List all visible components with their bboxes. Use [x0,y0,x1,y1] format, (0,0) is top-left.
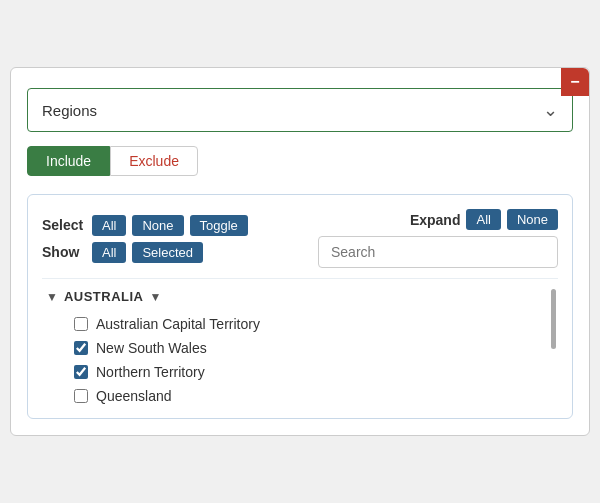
include-button[interactable]: Include [27,146,110,176]
search-input[interactable] [318,236,558,268]
select-line: Select All None Toggle [42,215,248,236]
show-all-button[interactable]: All [92,242,126,263]
region-name: Queensland [96,388,172,404]
expand-all-button[interactable]: All [466,209,500,230]
region-name: Australian Capital Territory [96,316,260,332]
select-toggle-button[interactable]: Toggle [190,215,248,236]
select-all-button[interactable]: All [92,215,126,236]
country-name: AUSTRALIA [64,289,144,304]
exclude-button[interactable]: Exclude [110,146,198,176]
dropdown-label: Regions [42,102,97,119]
list-item: Queensland [42,384,558,408]
filter-panel: Select All None Toggle Show All Selected… [27,194,573,419]
country-dropdown-icon[interactable]: ▼ [150,290,162,304]
expand-label: Expand [410,212,461,228]
region-list: ▼ AUSTRALIA ▼ Australian Capital Territo… [42,278,558,418]
list-item: Northern Territory [42,360,558,384]
regions-dropdown[interactable]: Regions ⌄ [27,88,573,132]
scrollbar[interactable] [551,289,556,349]
close-button[interactable]: − [561,68,589,96]
region-name: New South Wales [96,340,207,356]
controls-left: Select All None Toggle Show All Selected [42,215,248,263]
expand-none-button[interactable]: None [507,209,558,230]
region-checkbox-act[interactable] [74,317,88,331]
region-checkbox-nsw[interactable] [74,341,88,355]
main-window: − Regions ⌄ Include Exclude Select All N… [10,67,590,436]
select-label: Select [42,217,86,233]
list-item: New South Wales [42,336,558,360]
show-line: Show All Selected [42,242,248,263]
controls-row: Select All None Toggle Show All Selected… [42,209,558,268]
list-item: Australian Capital Territory [42,312,558,336]
controls-right: Expand All None [318,209,558,268]
show-selected-button[interactable]: Selected [132,242,203,263]
chevron-down-icon: ⌄ [543,99,558,121]
include-exclude-toggle: Include Exclude [27,146,573,176]
country-header: ▼ AUSTRALIA ▼ [42,289,558,304]
region-checkbox-qld[interactable] [74,389,88,403]
expand-line: Expand All None [410,209,558,230]
region-checkbox-nt[interactable] [74,365,88,379]
expand-chevron-icon: ▼ [46,290,58,304]
select-none-button[interactable]: None [132,215,183,236]
show-label: Show [42,244,86,260]
region-name: Northern Territory [96,364,205,380]
